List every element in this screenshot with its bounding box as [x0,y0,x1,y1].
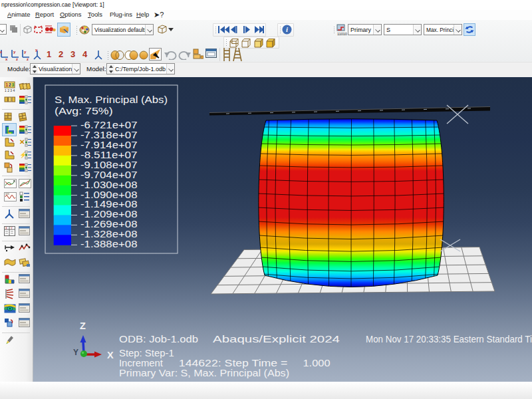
svg-text:-1.030e+08: -1.030e+08 [80,180,138,190]
svg-text:-8.511e+07: -8.511e+07 [80,150,138,160]
svg-text:-1.269e+08: -1.269e+08 [80,219,138,229]
svg-text:Y: Y [11,227,13,230]
svg-text:1: 1 [6,82,9,87]
svg-text:-1.388e+08: -1.388e+08 [80,239,138,249]
svg-text:Primary Var: S, Max. Principal: Primary Var: S, Max. Principal (Abs) [119,368,289,378]
svg-text:-7.914e+07: -7.914e+07 [80,140,138,150]
svg-text:Y: Y [73,348,78,357]
svg-text:y: y [13,50,16,54]
svg-text:Step: Step-1: Step: Step-1 [119,348,174,358]
svg-text:x: x [5,57,8,61]
svg-text:-1.149e+08: -1.149e+08 [80,199,138,209]
svg-text:-9.704e+07: -9.704e+07 [80,170,138,180]
svg-text:z: z [27,57,29,61]
svg-text:2: 2 [9,82,11,87]
svg-text:X: X [5,227,7,230]
svg-text:z: z [0,50,2,54]
svg-text:-6.721e+07: -6.721e+07 [80,120,138,130]
svg-text:-1.209e+08: -1.209e+08 [80,209,138,219]
svg-text:y: y [24,50,27,54]
svg-text:3: 3 [12,82,15,87]
svg-text:11010: 11010 [337,32,347,36]
svg-text:z: z [16,57,18,61]
svg-text:✕: ✕ [19,138,25,146]
svg-text:-1.328e+08: -1.328e+08 [80,229,138,239]
svg-text:X: X [107,350,114,360]
svg-text:-7.318e+07: -7.318e+07 [80,130,138,140]
svg-text:ODB: Job-1.odbAbaqus/Explicit: ODB: Job-1.odbAbaqus/Explicit 2024Mon No… [119,334,532,344]
svg-text:-1.090e+08: -1.090e+08 [80,190,138,200]
svg-text:1 2 3 4: 1 2 3 4 [5,88,15,92]
svg-text:Increment144622: Step Time =1.: Increment144622: Step Time =1.000 [119,358,331,368]
svg-text:-9.108e+07: -9.108e+07 [80,160,138,170]
svg-text:S, Max. Principal (Abs): S, Max. Principal (Abs) [55,94,168,105]
svg-text:Z: Z [80,321,86,331]
svg-text:(Avg: 75%): (Avg: 75%) [55,106,113,116]
